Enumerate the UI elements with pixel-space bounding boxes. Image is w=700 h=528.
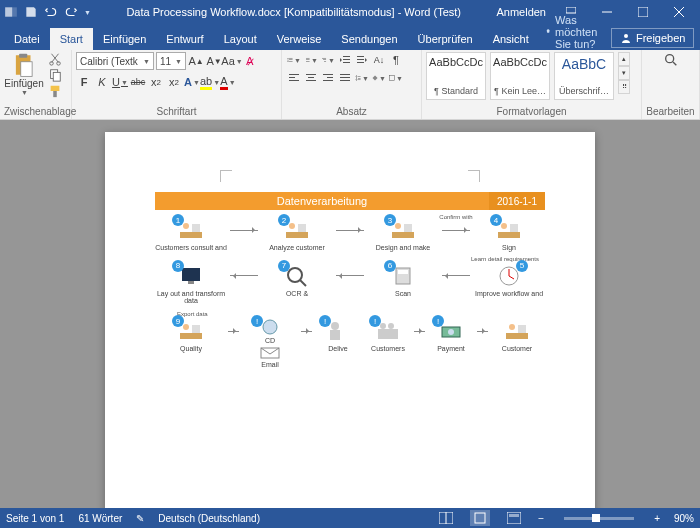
cut-icon[interactable] (48, 52, 62, 66)
show-marks-icon[interactable]: ¶ (388, 52, 404, 68)
font-name-select[interactable]: Calibri (Textk▼ (76, 52, 154, 70)
svg-point-19 (288, 59, 289, 60)
window-title: Data Processing Workflow.docx [Kompatibi… (91, 6, 497, 18)
underline-button[interactable]: U▼ (112, 74, 128, 90)
zoom-level[interactable]: 90% (674, 513, 694, 524)
svg-rect-46 (340, 80, 350, 81)
svg-point-57 (289, 223, 295, 229)
tab-references[interactable]: Verweise (267, 28, 332, 50)
paste-button[interactable]: Einfügen ▼ (4, 52, 44, 96)
svg-rect-38 (306, 74, 316, 75)
flow-node-payment: ! Payment (426, 319, 476, 353)
zoom-slider[interactable] (564, 517, 634, 520)
highlight-color-icon[interactable]: ab▼ (202, 74, 218, 90)
svg-point-79 (380, 323, 386, 329)
page-indicator[interactable]: Seite 1 von 1 (6, 513, 64, 524)
svg-rect-43 (323, 80, 333, 81)
tab-review[interactable]: Überprüfen (408, 28, 483, 50)
document-page: Datenverarbeitung 2016-1-1 1 Customers c… (105, 132, 595, 508)
qat-more-icon[interactable]: ▼ (84, 9, 91, 16)
zoom-in-button[interactable]: + (654, 513, 660, 524)
decrease-font-icon[interactable]: A▼ (206, 53, 222, 69)
flow-node-9: 9 Quality (155, 319, 227, 353)
flow-node-delive: ! Delive (313, 319, 363, 353)
justify-icon[interactable] (337, 70, 353, 86)
group-paragraph: ▼ ▼ ▼ A↓ ¶ ▼ ▼ ▼ Absatz (282, 50, 422, 119)
font-size-select[interactable]: 11▼ (156, 52, 186, 70)
maximize-button[interactable] (626, 0, 660, 24)
svg-rect-18 (289, 58, 293, 59)
style-name: ¶ Kein Lee… (493, 86, 547, 96)
document-area[interactable]: Datenverarbeitung 2016-1-1 1 Customers c… (0, 120, 700, 508)
svg-rect-10 (21, 62, 32, 77)
align-left-icon[interactable] (286, 70, 302, 86)
language-indicator[interactable]: Deutsch (Deutschland) (158, 513, 260, 524)
tab-layout[interactable]: Layout (214, 28, 267, 50)
tab-mailings[interactable]: Sendungen (331, 28, 407, 50)
svg-rect-33 (357, 59, 364, 60)
print-layout-icon[interactable] (470, 510, 490, 526)
align-center-icon[interactable] (303, 70, 319, 86)
style-no-spacing[interactable]: AaBbCcDc ¶ Kein Lee… (490, 52, 550, 100)
clear-formatting-icon[interactable]: A̷ (242, 53, 258, 69)
word-count[interactable]: 61 Wörter (78, 513, 122, 524)
strikethrough-button[interactable]: abc (130, 74, 146, 90)
tab-design[interactable]: Entwurf (156, 28, 213, 50)
tab-view[interactable]: Ansicht (483, 28, 539, 50)
multilevel-list-icon[interactable]: ▼ (320, 52, 336, 68)
borders-icon[interactable]: ▼ (388, 70, 404, 86)
increase-indent-icon[interactable] (354, 52, 370, 68)
web-layout-icon[interactable] (504, 510, 524, 526)
change-case-icon[interactable]: Aa▼ (224, 53, 240, 69)
find-icon[interactable] (663, 52, 679, 68)
redo-icon[interactable] (64, 5, 78, 19)
bullets-icon[interactable]: ▼ (286, 52, 302, 68)
svg-rect-84 (506, 333, 528, 339)
italic-button[interactable]: K (94, 74, 110, 90)
align-right-icon[interactable] (320, 70, 336, 86)
bold-button[interactable]: F (76, 74, 92, 90)
format-painter-icon[interactable] (48, 84, 62, 98)
signin-link[interactable]: Anmelden (496, 6, 546, 18)
svg-rect-23 (306, 58, 310, 59)
numbering-icon[interactable]: ▼ (303, 52, 319, 68)
svg-rect-90 (507, 512, 521, 524)
tab-start[interactable]: Start (50, 28, 93, 50)
read-mode-icon[interactable] (436, 510, 456, 526)
undo-icon[interactable] (44, 5, 58, 19)
tab-insert[interactable]: Einfügen (93, 28, 156, 50)
zoom-out-button[interactable]: − (538, 513, 544, 524)
subscript-button[interactable]: x2 (148, 74, 164, 90)
proofing-icon[interactable]: ✎ (136, 513, 144, 524)
increase-font-icon[interactable]: A▲ (188, 53, 204, 69)
shading-icon[interactable]: ▼ (371, 70, 387, 86)
decrease-indent-icon[interactable] (337, 52, 353, 68)
lightbulb-icon (545, 25, 551, 39)
close-button[interactable] (662, 0, 696, 24)
svg-rect-72 (180, 333, 202, 339)
superscript-button[interactable]: x2 (166, 74, 182, 90)
tell-me-search[interactable]: Was möchten Sie tun? (545, 14, 605, 50)
svg-rect-32 (357, 56, 364, 57)
line-spacing-icon[interactable]: ▼ (354, 70, 370, 86)
flow-node-7: 7 OCR & (261, 264, 333, 298)
share-button[interactable]: Freigeben (611, 28, 695, 48)
style-heading1[interactable]: AaBbC Überschrif… (554, 52, 614, 100)
tab-file[interactable]: Datei (4, 28, 50, 50)
svg-rect-14 (53, 72, 60, 81)
text-effects-icon[interactable]: A▼ (184, 74, 200, 90)
share-label: Freigeben (636, 32, 686, 44)
save-icon[interactable] (24, 5, 38, 19)
styles-gallery-expand[interactable]: ▴▾⠿ (618, 52, 630, 94)
sort-icon[interactable]: A↓ (371, 52, 387, 68)
font-color-icon[interactable]: A▼ (220, 74, 236, 90)
flow-annotation: Learn detail requirements (155, 256, 539, 262)
flow-node-8: 8 Lay out and transform data (155, 264, 227, 305)
copy-icon[interactable] (48, 68, 62, 82)
svg-rect-16 (53, 91, 57, 97)
svg-point-83 (448, 329, 454, 335)
ribbon-tabs: Datei Start Einfügen Entwurf Layout Verw… (0, 24, 700, 50)
svg-rect-4 (638, 7, 648, 17)
svg-rect-86 (518, 325, 526, 333)
style-standard[interactable]: AaBbCcDc ¶ Standard (426, 52, 486, 100)
